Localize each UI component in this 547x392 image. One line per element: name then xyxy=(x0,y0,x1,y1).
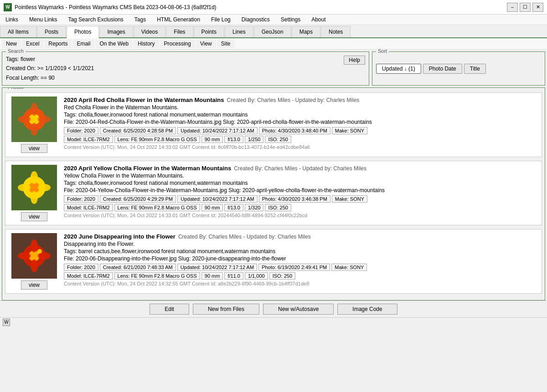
toolbar-email[interactable]: Email xyxy=(72,39,94,48)
badge: ISO: 250 xyxy=(265,204,291,211)
bottom-bar: Edit New from Files New w/Autosave Image… xyxy=(0,300,547,317)
badge: Make: SONY xyxy=(332,127,367,134)
badge: Model: ILCE-7RM2 xyxy=(64,136,113,143)
photo-badges2-2: Model: ILCE-7RM2 Lens: FE 90mm F2.8 Macr… xyxy=(64,204,538,211)
photo-info-1: 2020 April Red Cholla Flower in the Wate… xyxy=(64,97,538,153)
tab-geojson[interactable]: GeoJson xyxy=(254,26,291,37)
view-btn-wrap-3: view xyxy=(21,280,47,290)
svg-point-11 xyxy=(31,191,38,204)
menu-menu-links[interactable]: Menu Links xyxy=(24,15,62,25)
tab-maps[interactable]: Maps xyxy=(292,26,320,37)
menu-settings[interactable]: Settings xyxy=(275,15,306,25)
toolbar-site[interactable]: Site xyxy=(217,39,235,48)
svg-point-18 xyxy=(31,260,38,272)
toolbar-processing[interactable]: Processing xyxy=(160,39,195,48)
toolbar-on-the-web[interactable]: On the Web xyxy=(95,39,133,48)
menu-tags[interactable]: Tags xyxy=(129,15,151,25)
view-button-2[interactable]: view xyxy=(21,212,47,221)
content-version-2: Content Version (UTC): Mon, 24 Oct 2022 … xyxy=(64,213,538,218)
photo-title-2: 2020 April Yellow Cholla Flower in the W… xyxy=(64,165,231,172)
toolbar-view[interactable]: View xyxy=(196,39,216,48)
menu-about[interactable]: About xyxy=(306,15,331,25)
badge: Lens: FE 90mm F2.8 Macro G OSS xyxy=(114,136,200,143)
svg-point-17 xyxy=(31,239,38,252)
menu-diagnostics[interactable]: Diagnostics xyxy=(236,15,275,25)
minimize-button[interactable]: − xyxy=(507,3,518,12)
close-button[interactable]: ✕ xyxy=(532,3,543,12)
status-bar: W xyxy=(0,317,547,326)
view-button-3[interactable]: view xyxy=(21,280,47,290)
title-bar-controls: − ☐ ✕ xyxy=(507,3,543,12)
toolbar-excel[interactable]: Excel xyxy=(22,39,43,48)
menu-row-1: Links Menu Links Tag Search Exclusions T… xyxy=(0,15,547,25)
photo-badges1-2: Folder: 2020 Created: 6/25/2020 4:29:29 … xyxy=(64,195,538,203)
badge: Created: 6/21/2020 7:48:33 AM xyxy=(100,264,176,271)
tab-points[interactable]: Points xyxy=(194,26,224,37)
photo-thumbnail-2 xyxy=(11,165,57,210)
menu-links[interactable]: Links xyxy=(0,15,24,25)
new-with-autosave-button[interactable]: New w/Autosave xyxy=(263,304,334,315)
edit-button[interactable]: Edit xyxy=(150,304,189,315)
svg-point-10 xyxy=(31,171,38,184)
photo-item: view 2020 April Red Cholla Flower in the… xyxy=(5,92,542,157)
photos-scroll[interactable]: view 2020 April Red Cholla Flower in the… xyxy=(2,88,545,300)
badge: Photo: 4/30/2020 3:46:38 PM xyxy=(259,195,330,203)
image-code-button[interactable]: Image Code xyxy=(337,304,397,315)
badge: Photo: 6/19/2020 2:49:41 PM xyxy=(258,264,330,271)
menu-html-generation[interactable]: HTML Generation xyxy=(151,15,206,25)
photo-info-2: 2020 April Yellow Cholla Flower in the W… xyxy=(64,165,538,221)
search-section: Search Tags: flower Created On: >= 1/1/2… xyxy=(2,51,369,86)
badge: Photo: 4/30/2020 3:48:40 PM xyxy=(259,127,330,134)
help-button[interactable]: Help xyxy=(344,56,365,65)
toolbar-row: New Excel Reports Email On the Web Histo… xyxy=(0,38,547,50)
photo-title-row-2: 2020 April Yellow Cholla Flower in the W… xyxy=(64,165,538,172)
photo-badges1-3: Folder: 2020 Created: 6/21/2020 7:48:33 … xyxy=(64,264,538,271)
tab-lines[interactable]: Lines xyxy=(225,26,253,37)
photo-badges2-3: Model: ILCE-7RM2 Lens: FE 90mm F2.8 Macr… xyxy=(64,272,538,280)
toolbar-reports[interactable]: Reports xyxy=(44,39,72,48)
photo-file-1: File: 2020-04-Red-Cholla-Flower-in-the-W… xyxy=(64,119,538,125)
app-icon: W xyxy=(4,3,12,11)
badge: ISO: 250 xyxy=(269,272,295,280)
svg-point-13 xyxy=(38,184,51,191)
badge: Created: 6/25/2020 4:29:29 PM xyxy=(100,195,176,203)
menu-tag-search-exclusions[interactable]: Tag Search Exclusions xyxy=(62,15,129,25)
badge: f/11.0 xyxy=(224,272,243,280)
badge: Lens: FE 90mm F2.8 Macro G OSS xyxy=(114,272,200,280)
tab-posts[interactable]: Posts xyxy=(37,26,66,37)
photo-tags-3: Tags: barrel cactus,bee,flower,ironwood … xyxy=(64,248,538,255)
sort-title-button[interactable]: Title xyxy=(464,64,486,74)
badge: 90 mm xyxy=(201,272,223,280)
tab-notes[interactable]: Notes xyxy=(321,26,351,37)
title-bar-text: Pointless Waymarks - Pointless Waymarks … xyxy=(15,4,217,10)
badge: ISO: 250 xyxy=(265,136,291,143)
search-legend: Search xyxy=(6,48,26,54)
view-button-1[interactable]: view xyxy=(21,144,47,153)
tab-all-items[interactable]: All Items xyxy=(0,26,36,37)
search-line-3: Focal Length: == 90 xyxy=(6,73,94,82)
badge: Folder: 2020 xyxy=(64,127,98,134)
tab-files[interactable]: Files xyxy=(166,26,193,37)
toolbar-history[interactable]: History xyxy=(134,39,159,48)
sort-updated-button[interactable]: Updated ↓ (1) xyxy=(376,64,421,74)
svg-point-4 xyxy=(31,123,38,136)
badge: Lens: FE 90mm F2.8 Macro G OSS xyxy=(114,204,200,211)
maximize-button[interactable]: ☐ xyxy=(520,3,531,12)
badge: Make: SONY xyxy=(331,264,367,271)
photo-item: view 2020 April Yellow Cholla Flower in … xyxy=(5,161,542,225)
tab-images[interactable]: Images xyxy=(99,26,133,37)
view-btn-wrap-1: view xyxy=(21,144,47,153)
tab-videos[interactable]: Videos xyxy=(134,26,165,37)
photo-item: view 2020 June Disappearing into the Flo… xyxy=(5,229,542,294)
toolbar-new[interactable]: New xyxy=(2,39,21,48)
photo-title-1: 2020 April Red Cholla Flower in the Wate… xyxy=(64,97,224,103)
photos-legend: Photos xyxy=(6,87,25,90)
badge: 1/320 xyxy=(245,204,264,211)
badge: Make: SONY xyxy=(332,195,367,203)
badge: f/13.0 xyxy=(224,136,243,143)
menu-file-log[interactable]: File Log xyxy=(206,15,236,25)
new-from-files-button[interactable]: New from Files xyxy=(193,304,259,315)
sort-photo-date-button[interactable]: Photo Date xyxy=(423,64,462,74)
tab-photos[interactable]: Photos xyxy=(67,26,99,38)
photo-desc-1: Red Cholla Flower in the Waterman Mounta… xyxy=(64,104,538,111)
